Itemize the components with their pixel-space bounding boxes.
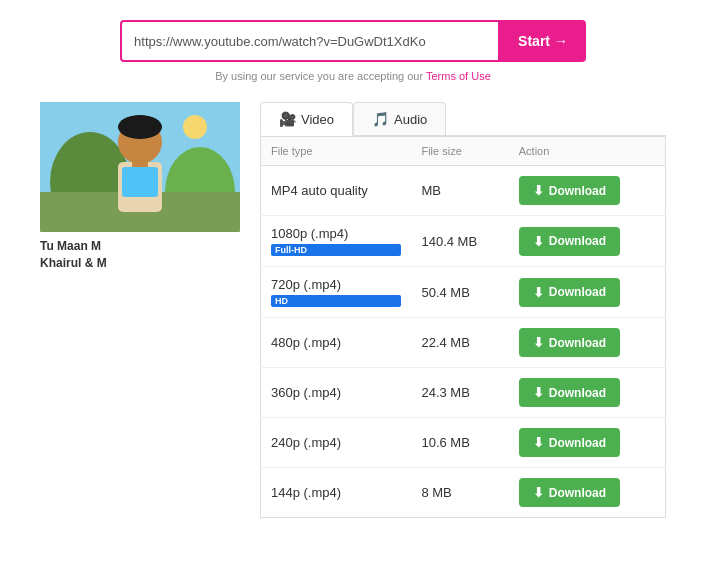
search-bar: Start → xyxy=(40,20,666,62)
tab-audio-label: Audio xyxy=(394,112,427,127)
terms-notice: By using our service you are accepting o… xyxy=(40,70,666,82)
action-cell: ⬇Download xyxy=(509,468,666,518)
page-wrapper: Start → By using our service you are acc… xyxy=(0,0,706,538)
file-type-cell: 240p (.mp4) xyxy=(261,418,412,468)
col-action: Action xyxy=(509,137,666,166)
action-cell: ⬇Download xyxy=(509,166,666,216)
download-icon: ⬇ xyxy=(533,485,544,500)
file-size-cell: 140.4 MB xyxy=(411,216,508,267)
tab-audio[interactable]: 🎵 Audio xyxy=(353,102,446,135)
download-button[interactable]: ⬇Download xyxy=(519,328,620,357)
download-label: Download xyxy=(549,386,606,400)
download-button[interactable]: ⬇Download xyxy=(519,278,620,307)
file-type-label: 1080p (.mp4) xyxy=(271,226,401,241)
download-icon: ⬇ xyxy=(533,435,544,450)
table-row: 240p (.mp4)10.6 MB⬇Download xyxy=(261,418,666,468)
download-icon: ⬇ xyxy=(533,335,544,350)
table-row: 144p (.mp4)8 MB⬇Download xyxy=(261,468,666,518)
file-type-label: 720p (.mp4) xyxy=(271,277,401,292)
video-tab-icon: 🎥 xyxy=(279,111,296,127)
download-button[interactable]: ⬇Download xyxy=(519,176,620,205)
file-size-cell: 8 MB xyxy=(411,468,508,518)
download-button[interactable]: ⬇Download xyxy=(519,428,620,457)
file-type-cell: 720p (.mp4)HD xyxy=(261,267,412,318)
download-icon: ⬇ xyxy=(533,285,544,300)
file-size-cell: 22.4 MB xyxy=(411,318,508,368)
file-size-cell: 50.4 MB xyxy=(411,267,508,318)
svg-point-4 xyxy=(183,115,207,139)
svg-rect-9 xyxy=(122,167,158,197)
file-size-cell: MB xyxy=(411,166,508,216)
file-type-cell: MP4 auto quality xyxy=(261,166,412,216)
file-type-label: 144p (.mp4) xyxy=(271,485,401,500)
download-icon: ⬇ xyxy=(533,183,544,198)
start-button[interactable]: Start → xyxy=(500,20,586,62)
thumbnail-image xyxy=(40,102,240,232)
terms-link[interactable]: Terms of Use xyxy=(426,70,491,82)
action-cell: ⬇Download xyxy=(509,267,666,318)
download-button[interactable]: ⬇Download xyxy=(519,478,620,507)
download-icon: ⬇ xyxy=(533,385,544,400)
video-title: Tu Maan M Khairul & M xyxy=(40,238,240,272)
action-cell: ⬇Download xyxy=(509,318,666,368)
download-button[interactable]: ⬇Download xyxy=(519,227,620,256)
download-label: Download xyxy=(549,486,606,500)
content-area: Tu Maan M Khairul & M 🎥 Video 🎵 Audio xyxy=(40,102,666,518)
col-file-size: File size xyxy=(411,137,508,166)
video-thumbnail xyxy=(40,102,240,232)
file-type-label: 240p (.mp4) xyxy=(271,435,401,450)
video-title-line1: Tu Maan M xyxy=(40,239,101,253)
download-label: Download xyxy=(549,436,606,450)
download-button[interactable]: ⬇Download xyxy=(519,378,620,407)
file-type-label: 480p (.mp4) xyxy=(271,335,401,350)
video-title-line2: Khairul & M xyxy=(40,256,107,270)
file-type-label: MP4 auto quality xyxy=(271,183,401,198)
download-label: Download xyxy=(549,184,606,198)
download-label: Download xyxy=(549,234,606,248)
url-input[interactable] xyxy=(120,20,500,62)
file-size-cell: 24.3 MB xyxy=(411,368,508,418)
file-type-cell: 144p (.mp4) xyxy=(261,468,412,518)
table-row: 360p (.mp4)24.3 MB⬇Download xyxy=(261,368,666,418)
svg-point-6 xyxy=(118,115,162,139)
video-panel: Tu Maan M Khairul & M xyxy=(40,102,240,272)
audio-tab-icon: 🎵 xyxy=(372,111,389,127)
file-size-cell: 10.6 MB xyxy=(411,418,508,468)
file-type-cell: 480p (.mp4) xyxy=(261,318,412,368)
file-type-cell: 1080p (.mp4)Full-HD xyxy=(261,216,412,267)
file-type-label: 360p (.mp4) xyxy=(271,385,401,400)
action-cell: ⬇Download xyxy=(509,368,666,418)
tab-bar: 🎥 Video 🎵 Audio xyxy=(260,102,666,136)
table-row: 720p (.mp4)HD50.4 MB⬇Download xyxy=(261,267,666,318)
action-cell: ⬇Download xyxy=(509,216,666,267)
col-file-type: File type xyxy=(261,137,412,166)
quality-badge: HD xyxy=(271,295,401,307)
table-row: 480p (.mp4)22.4 MB⬇Download xyxy=(261,318,666,368)
terms-prefix: By using our service you are accepting o… xyxy=(215,70,426,82)
start-label: Start → xyxy=(518,33,568,49)
download-icon: ⬇ xyxy=(533,234,544,249)
file-type-cell: 360p (.mp4) xyxy=(261,368,412,418)
tab-video[interactable]: 🎥 Video xyxy=(260,102,353,136)
download-label: Download xyxy=(549,336,606,350)
table-row: 1080p (.mp4)Full-HD140.4 MB⬇Download xyxy=(261,216,666,267)
action-cell: ⬇Download xyxy=(509,418,666,468)
download-label: Download xyxy=(549,285,606,299)
tab-video-label: Video xyxy=(301,112,334,127)
quality-badge: Full-HD xyxy=(271,244,401,256)
download-panel: 🎥 Video 🎵 Audio File type File size Acti… xyxy=(260,102,666,518)
table-row: MP4 auto qualityMB⬇Download xyxy=(261,166,666,216)
download-table: File type File size Action MP4 auto qual… xyxy=(260,136,666,518)
